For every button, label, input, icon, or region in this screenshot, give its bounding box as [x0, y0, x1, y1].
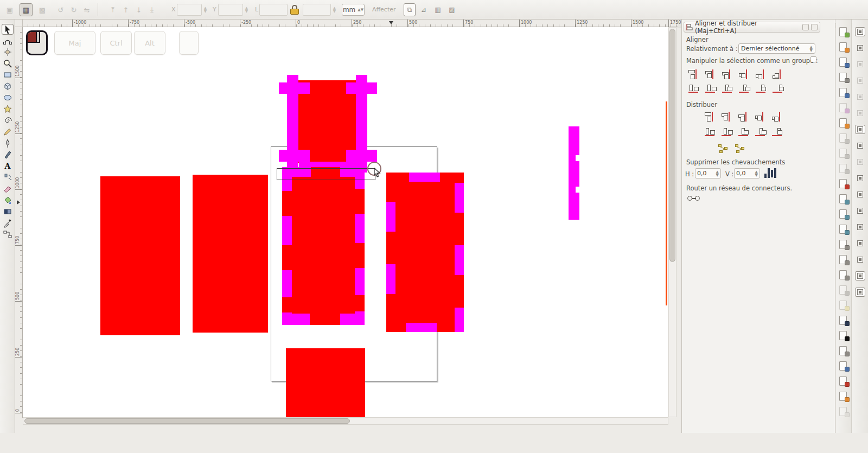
document-print-button[interactable] [838, 73, 850, 83]
text-align-horizontal-button[interactable] [770, 67, 786, 81]
shape-tab[interactable] [386, 202, 395, 232]
shape-tab[interactable] [386, 264, 395, 294]
move-patterns-toggle[interactable]: ▨ [446, 3, 458, 16]
scale-corners-toggle[interactable]: ⊿ [418, 3, 430, 16]
distribute-top-edges-button[interactable] [703, 126, 718, 139]
group-option-checkbox[interactable] [810, 56, 816, 62]
center-vertical-axis-button[interactable] [720, 67, 736, 81]
distribute-right-edges-button[interactable] [736, 110, 752, 123]
vertical-ruler[interactable]: 1500125010007505002500 [15, 27, 23, 418]
shape-notch[interactable] [576, 187, 579, 193]
unit-selector[interactable]: mm▲▼ [342, 4, 365, 16]
snap-cusp-nodes-toggle[interactable] [855, 174, 865, 183]
shape-tab[interactable] [406, 323, 437, 332]
tool-star[interactable] [2, 104, 14, 114]
tool-box3d[interactable] [2, 81, 14, 92]
randomize-button[interactable] [732, 142, 748, 156]
snap-midpoints-toggle[interactable] [855, 206, 865, 215]
align-top-edges-button[interactable] [703, 82, 719, 96]
x-field[interactable] [177, 4, 202, 16]
distribute-text-x-button[interactable] [770, 110, 786, 123]
lock-ratio-icon[interactable] [290, 4, 299, 15]
move-gradients-toggle[interactable]: ▥ [432, 3, 444, 16]
layers-button[interactable] [838, 346, 850, 356]
tool-zoom[interactable] [2, 58, 14, 69]
selection-bbox-icon[interactable]: ▣ [3, 3, 16, 16]
align-bottom-edges-button[interactable] [737, 82, 752, 96]
shape-tab[interactable] [279, 150, 310, 162]
align-dialog-button[interactable] [838, 377, 850, 387]
shape-notch[interactable] [576, 155, 579, 161]
shape-tab[interactable] [455, 245, 464, 275]
about-button[interactable] [838, 407, 850, 417]
select-all-button[interactable]: ▦ [20, 3, 33, 16]
snap-bbox-toggle[interactable] [855, 43, 865, 53]
tool-selector[interactable] [2, 24, 14, 35]
snap-smooth-nodes-toggle[interactable] [855, 190, 865, 199]
tool-spray[interactable] [2, 172, 14, 183]
scale-stroke-toggle[interactable]: ⧉ [404, 3, 416, 16]
horizontal-ruler[interactable]: -1000-750-500-25002505007501000125015001… [23, 20, 678, 27]
lower-to-bottom-button[interactable]: ⤓ [145, 3, 158, 16]
distribute-equal-vgaps-button[interactable] [753, 126, 769, 139]
unclump-button[interactable] [716, 142, 731, 156]
align-left-edges-button[interactable] [703, 67, 719, 81]
tool-pencil[interactable] [2, 126, 14, 137]
zoom-width-button[interactable] [838, 225, 850, 235]
route-connectors-button[interactable] [687, 194, 701, 203]
shape-tab[interactable] [455, 183, 464, 213]
xml-editor-button[interactable] [838, 361, 850, 372]
snap-page-border-toggle[interactable] [855, 255, 865, 264]
tool-spiral[interactable] [2, 115, 14, 126]
tool-rectangle[interactable] [2, 69, 14, 80]
distribute-bottom-edges-button[interactable] [736, 126, 752, 139]
tool-tweak[interactable] [2, 47, 14, 58]
group-button[interactable] [838, 301, 850, 311]
snap-paths-toggle[interactable] [855, 141, 865, 150]
y-spinner[interactable]: ▲▼ [243, 4, 250, 16]
shape-torso-back[interactable] [386, 173, 464, 332]
distribute-centers-h-button[interactable] [719, 110, 735, 123]
shape-tab[interactable] [346, 150, 377, 162]
tool-dropper[interactable] [2, 218, 14, 228]
distribute-centers-v-button[interactable] [719, 126, 735, 139]
shape-tab[interactable] [455, 308, 464, 332]
tool-text[interactable]: A [2, 161, 14, 171]
document-save-button[interactable] [838, 58, 850, 68]
panel-float-button[interactable] [802, 24, 809, 30]
v-gap-field[interactable]: 0,0▲▼ [734, 168, 760, 178]
undo-button[interactable] [838, 118, 850, 129]
panel-title-bar[interactable]: Aligner et distribuer (Maj+Ctrl+A) [684, 22, 820, 33]
snap-object-centers-toggle[interactable] [855, 222, 865, 232]
text-align-vertical-button[interactable] [770, 82, 786, 96]
relative-to-combobox[interactable]: Dernier sélectionné ▲▼ [738, 43, 815, 54]
vertical-scrollbar-thumb[interactable] [669, 29, 675, 262]
shape-strip-right[interactable] [569, 126, 579, 220]
shape-tab[interactable] [346, 82, 377, 94]
remove-overlaps-button[interactable] [764, 168, 776, 179]
height-field[interactable] [303, 4, 331, 16]
shape-torso-front-core[interactable] [292, 177, 355, 314]
shape-tab[interactable] [279, 82, 310, 94]
tool-gradient[interactable] [2, 206, 14, 217]
text-dialog-button[interactable] [838, 331, 850, 341]
raise-button[interactable]: ↑ [119, 3, 132, 16]
select-all-layers-button[interactable]: ▩ [36, 3, 49, 16]
align-right-edges-button[interactable] [737, 67, 752, 81]
snap-bbox-corners-toggle[interactable] [855, 76, 865, 85]
snap-bbox-centers-toggle[interactable] [855, 109, 865, 118]
snap-master-toggle[interactable] [855, 27, 865, 36]
canvas[interactable] [23, 27, 668, 417]
document-open-button[interactable] [838, 42, 850, 53]
shape-gap[interactable] [355, 243, 365, 268]
tool-eraser[interactable] [2, 183, 14, 194]
export-button[interactable] [838, 103, 850, 113]
horizontal-scrollbar-thumb[interactable] [24, 418, 350, 424]
redo-button[interactable] [838, 133, 850, 144]
document-new-button[interactable] [838, 27, 850, 37]
shape-gap[interactable] [282, 245, 292, 270]
snap-grids-toggle[interactable] [855, 271, 865, 280]
snap-bbox-edge-midpoints-toggle[interactable] [855, 92, 865, 101]
find-button[interactable] [838, 179, 850, 189]
copy-button[interactable] [838, 149, 850, 159]
